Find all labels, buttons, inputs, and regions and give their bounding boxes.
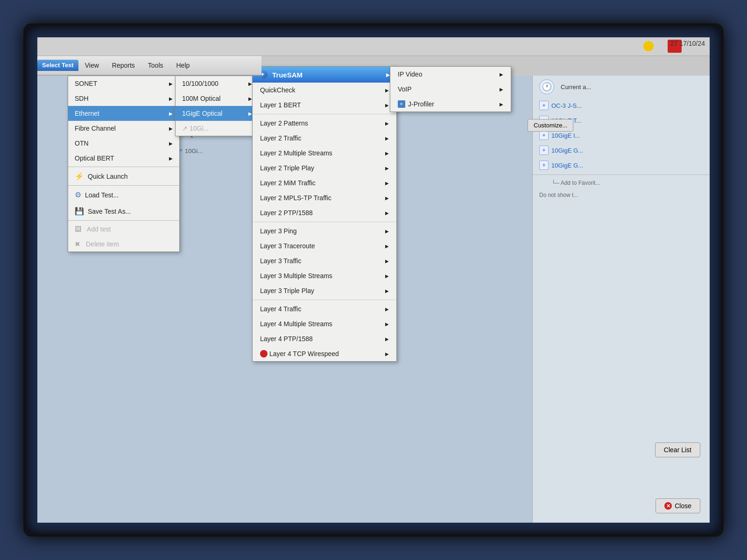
- top-bar: 27 17/10/24: [37, 37, 710, 56]
- right-submenu: IP Video ▶ VoIP ▶ ≡ J-Profiler ▶: [390, 66, 511, 112]
- arrow-icon: ▶: [385, 88, 389, 93]
- truesam-layer1-bert[interactable]: Layer 1 BERT ▶: [253, 98, 396, 112]
- recent-item-icon-3: +: [539, 131, 549, 140]
- menu-separator: [68, 167, 179, 167]
- arrow-icon: ▶: [385, 196, 389, 201]
- menu-view[interactable]: View: [78, 59, 106, 72]
- menu-item-fibre-channel[interactable]: Fibre Channel ▶: [68, 121, 179, 136]
- menu-item-ethernet[interactable]: Ethernet ▶: [68, 106, 179, 121]
- screen-bezel: 27 17/10/24 Select Test View Reports Too…: [23, 23, 724, 537]
- menu-select-test[interactable]: Select Test: [37, 60, 78, 71]
- recent-item-10gige-4[interactable]: + 10GigE G...: [533, 158, 710, 173]
- ethernet-submenu: 10/100/1000 ▶ 100M Optical ▶ 1GigE Optic…: [175, 76, 259, 136]
- arrow-icon: ▶: [169, 96, 173, 101]
- recent-item-10gige-3[interactable]: + 10GigE G...: [533, 143, 710, 158]
- truesam-layer3-traceroute[interactable]: Layer 3 Traceroute ▶: [253, 238, 396, 253]
- truesam-layer3-ping[interactable]: Layer 3 Ping ▶: [253, 224, 396, 238]
- current-activity-row: 🕐 Current a...: [533, 76, 710, 98]
- jprofiler-icon: ≡: [398, 100, 405, 108]
- menu-separator-3: [68, 220, 179, 221]
- arrow-icon: ▶: [500, 72, 503, 77]
- menu-item-load-test[interactable]: ⚙ Load Test...: [68, 187, 179, 203]
- tenge-icon-2: ↗: [182, 125, 188, 132]
- arrow-icon: ▶: [169, 111, 173, 116]
- truesam-layer2-mim[interactable]: Layer 2 MiM Traffic ▶: [253, 175, 396, 190]
- arrow-icon: ▶: [385, 103, 389, 108]
- datetime-display: 27 17/10/24: [670, 40, 705, 47]
- truesam-layer2-multiple-streams[interactable]: Layer 2 Multiple Streams ▶: [253, 146, 396, 161]
- recent-item-oc3[interactable]: + OC-3 J-S...: [533, 98, 710, 113]
- menu-item-otn[interactable]: OTN ▶: [68, 136, 179, 151]
- arrow-icon: ▶: [385, 244, 389, 249]
- truesam-quickcheck[interactable]: QuickCheck ▶: [253, 83, 396, 98]
- right-item-voip[interactable]: VoIP ▶: [390, 82, 511, 97]
- arrow-icon: ▶: [385, 259, 389, 264]
- truesam-layer2-triple-play[interactable]: Layer 2 Triple Play ▶: [253, 161, 396, 175]
- truesam-layer3-traffic[interactable]: Layer 3 Traffic ▶: [253, 253, 396, 268]
- menu-item-save-test[interactable]: 💾 Save Test As...: [68, 203, 179, 219]
- menu-item-sonet[interactable]: SONET ▶: [68, 76, 179, 91]
- delete-icon: ✖: [75, 240, 80, 248]
- arrow-icon: ▶: [169, 156, 173, 161]
- clear-list-button[interactable]: Clear List: [655, 442, 700, 457]
- recent-panel: 🕐 Current a... + OC-3 J-S... + 10GigE T.…: [532, 76, 710, 523]
- right-item-ip-video[interactable]: IP Video ▶: [390, 67, 511, 82]
- arrow-icon: ▶: [169, 126, 173, 131]
- arrow-icon: ▶: [169, 141, 173, 146]
- truesam-layer2-traffic[interactable]: Layer 2 Traffic ▶: [253, 131, 396, 146]
- arrow-icon: ▶: [385, 166, 389, 171]
- add-to-favorites-label: └─ Add to Favorit...: [533, 177, 710, 189]
- menu-tools[interactable]: Tools: [141, 59, 170, 72]
- arrow-icon: ▶: [248, 81, 252, 86]
- arrow-icon: ▶: [500, 87, 503, 92]
- recent-item-icon-4: +: [539, 146, 549, 155]
- lightning-icon: ⚡: [75, 172, 84, 181]
- save-icon: 💾: [75, 207, 84, 216]
- menu-item-add-test: 🖼 Add test: [68, 222, 179, 237]
- eth-item-100m-optical[interactable]: 100M Optical ▶: [176, 91, 259, 106]
- menu-item-optical-bert[interactable]: Optical BERT ▶: [68, 151, 179, 166]
- truesam-layer2-mpls[interactable]: Layer 2 MPLS-TP Traffic ▶: [253, 190, 396, 205]
- eth-item-10gi-disabled: ↗ 10Gi...: [176, 121, 259, 136]
- menu-reports[interactable]: Reports: [106, 59, 141, 72]
- truesam-layer4-tcp[interactable]: Layer 4 TCP Wirespeed ▶: [253, 346, 396, 361]
- arrow-icon: ▶: [385, 307, 389, 312]
- arrow-icon: ▶: [385, 136, 389, 141]
- arrow-icon: ▶: [385, 210, 389, 216]
- menu-item-sdh[interactable]: SDH ▶: [68, 91, 179, 106]
- status-indicator: [643, 41, 654, 51]
- menu-item-delete-item: ✖ Delete item: [68, 237, 179, 252]
- arrow-icon: ▶: [386, 72, 390, 77]
- truesam-header[interactable]: TrueSAM ▶: [253, 67, 396, 83]
- arrow-icon: ▶: [385, 229, 389, 234]
- truesam-separator-2: [253, 222, 396, 222]
- arrow-icon: ▶: [385, 151, 389, 156]
- close-button[interactable]: ✕ Close: [655, 498, 700, 513]
- arrow-icon: ▶: [385, 336, 389, 342]
- menu-separator-2: [68, 185, 179, 186]
- truesam-layer4-ptp[interactable]: Layer 4 PTP/1588 ▶: [253, 331, 396, 346]
- truesam-layer4-traffic[interactable]: Layer 4 Traffic ▶: [253, 301, 396, 316]
- customize-button[interactable]: Customize...: [528, 119, 573, 132]
- truesam-menu: TrueSAM ▶ QuickCheck ▶ Layer 1 BERT ▶ La…: [252, 66, 397, 362]
- menu-help[interactable]: Help: [170, 59, 197, 72]
- arrow-icon: ▶: [385, 181, 389, 186]
- close-icon: ✕: [664, 502, 672, 510]
- do-not-show-label: Do not show t...: [533, 189, 710, 201]
- recent-item-icon: +: [539, 101, 549, 110]
- truesam-layer3-triple-play[interactable]: Layer 3 Triple Play ▶: [253, 283, 396, 298]
- truesam-layer2-ptp[interactable]: Layer 2 PTP/1588 ▶: [253, 205, 396, 220]
- menubar: Select Test View Reports Tools Help: [37, 56, 261, 76]
- tenge-label-1: ↗ 10Gi...: [177, 147, 203, 154]
- truesam-separator-1: [253, 114, 396, 114]
- menu-item-quick-launch[interactable]: ⚡ Quick Launch: [68, 168, 179, 184]
- eth-item-1gige-optical[interactable]: 1GigE Optical ▶: [176, 106, 259, 121]
- right-item-jprofiler[interactable]: ≡ J-Profiler ▶: [390, 97, 511, 112]
- truesam-layer3-multiple-streams[interactable]: Layer 3 Multiple Streams ▶: [253, 268, 396, 283]
- arrow-icon: ▶: [385, 121, 389, 126]
- arrow-icon: ▶: [385, 322, 389, 327]
- eth-item-10-100-1000[interactable]: 10/100/1000 ▶: [176, 76, 259, 91]
- truesam-layer4-multiple-streams[interactable]: Layer 4 Multiple Streams ▶: [253, 316, 396, 331]
- recent-item-icon-5: +: [539, 161, 549, 170]
- truesam-layer2-patterns[interactable]: Layer 2 Patterns ▶: [253, 116, 396, 131]
